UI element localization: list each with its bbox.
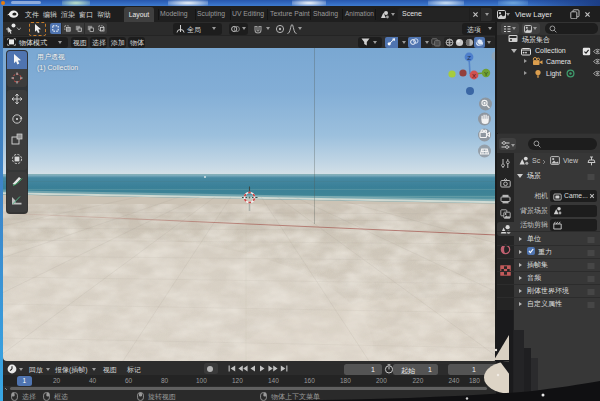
svg-text:X: X: [472, 73, 476, 79]
svg-text:Z: Z: [467, 55, 471, 61]
svg-text:Y: Y: [484, 71, 488, 77]
